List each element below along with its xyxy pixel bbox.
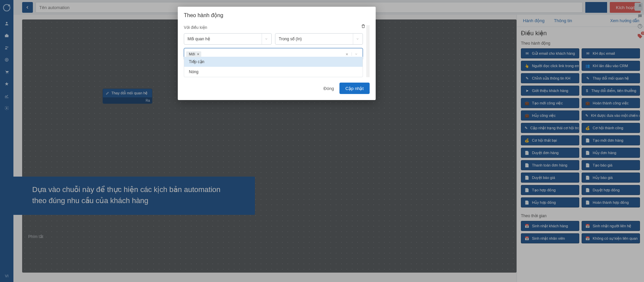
- action-icon: 📄: [525, 151, 529, 155]
- action-label: KH lần đầu vào CRM: [593, 64, 628, 68]
- svg-point-4: [7, 47, 8, 48]
- nav-cart-icon[interactable]: [0, 66, 13, 78]
- svg-point-8: [8, 73, 8, 74]
- action-button[interactable]: ✎KH được đưa vào một chiến dịch: [582, 110, 640, 121]
- canvas-node[interactable]: Thay đổi mối quan hệ Ra: [103, 89, 152, 104]
- svg-rect-2: [5, 35, 9, 37]
- action-label: Duyệt báo giá: [532, 176, 555, 180]
- action-icon: ✎: [525, 126, 528, 130]
- action-button[interactable]: 💰Cơ hội thất bại: [521, 135, 579, 145]
- chevron-down-icon: [353, 34, 359, 44]
- trash-icon[interactable]: [361, 24, 366, 29]
- action-icon: 📄: [585, 138, 590, 143]
- chip: Mới ×: [186, 51, 201, 57]
- chip-remove-icon[interactable]: ×: [197, 52, 199, 56]
- action-button[interactable]: 📄Tạo mới đơn hàng: [582, 135, 640, 145]
- action-button[interactable]: ✎Cập nhật trạng thái cơ hội trong …: [521, 123, 579, 133]
- action-button[interactable]: 💰Cơ hội thành công: [582, 123, 640, 133]
- action-label: Sinh nhật nhân viên: [532, 236, 565, 241]
- action-button[interactable]: ✉Gửi email cho khách hàng: [521, 48, 579, 58]
- submit-button[interactable]: Cập nhật: [339, 83, 370, 94]
- action-icon: ✎: [585, 113, 588, 118]
- action-button[interactable]: 📄Duyệt đơn hàng: [521, 148, 579, 158]
- action-button[interactable]: 📄Tạo hợp đồng: [521, 185, 579, 195]
- tab-actions[interactable]: Hành động: [518, 15, 549, 27]
- field-select[interactable]: Mối quan hệ: [184, 33, 272, 45]
- action-label: Tạo mới công việc: [532, 101, 563, 105]
- chat-icon[interactable]: [637, 13, 643, 19]
- node-label: Thay đổi mối quan hệ: [111, 91, 148, 95]
- action-icon: 📄: [585, 176, 590, 180]
- action-label: Cập nhật trạng thái cơ hội trong …: [530, 126, 579, 130]
- action-button[interactable]: 📄Tạo báo giá: [582, 160, 640, 170]
- action-button[interactable]: 📄Hủy báo giá: [582, 173, 640, 183]
- action-button[interactable]: 📄Thanh toán đơn hàng: [521, 160, 579, 170]
- action-label: Hủy công việc: [532, 113, 556, 118]
- action-icon: 📄: [525, 176, 529, 180]
- action-button[interactable]: 👥KH lần đầu vào CRM: [582, 61, 640, 71]
- action-button[interactable]: ✉KH đọc email: [582, 48, 640, 58]
- chevron-down-icon[interactable]: [352, 52, 361, 56]
- action-button[interactable]: $Thay đổi điểm, tiền thưởng: [582, 86, 640, 96]
- svg-point-6: [6, 59, 7, 60]
- action-icon: ✎: [585, 76, 590, 81]
- tab-info[interactable]: Thông tin: [549, 15, 577, 27]
- action-button[interactable]: 📄Hủy đơn hàng: [582, 148, 640, 158]
- action-icon: 📄: [525, 188, 529, 192]
- action-button[interactable]: 💼Hoàn thành công việc: [582, 98, 640, 108]
- action-icon: 📄: [585, 151, 590, 155]
- action-icon: 💰: [585, 126, 590, 130]
- nav-user-icon[interactable]: [0, 17, 13, 30]
- option-item[interactable]: Nóng: [184, 67, 363, 77]
- close-button[interactable]: Đóng: [324, 86, 334, 91]
- action-button[interactable]: 💼Hủy công việc: [521, 110, 579, 121]
- action-label: Tạo báo giá: [593, 163, 612, 168]
- action-icon: 📄: [525, 200, 529, 205]
- action-button[interactable]: 📄Hoàn thành hợp đồng: [582, 197, 640, 207]
- nav-star-icon[interactable]: [0, 78, 13, 90]
- caption-overlay: Dựa vào chuỗi này để thực hiện các kịch …: [13, 177, 255, 215]
- language-indicator[interactable]: VI: [5, 270, 8, 282]
- action-label: Chỉnh sửa thông tin KH: [532, 76, 571, 81]
- action-button[interactable]: 📅Sinh nhật nhân viên: [521, 233, 579, 243]
- action-button[interactable]: 💼Tạo mới công việc: [521, 98, 579, 108]
- action-icon: 📄: [585, 188, 590, 192]
- action-label: Tạo hợp đồng: [532, 188, 556, 192]
- tag-icon[interactable]: 3: [637, 33, 643, 40]
- nav-target-icon[interactable]: [0, 54, 13, 66]
- question-icon[interactable]: [637, 23, 643, 30]
- operator-select[interactable]: Trong số (In): [275, 33, 363, 45]
- action-label: Giới thiệu khách hàng: [532, 89, 568, 93]
- nav-users-icon[interactable]: [0, 42, 13, 54]
- action-button[interactable]: 📅Không có sự kiện liên quan: [582, 233, 640, 243]
- node-port-out[interactable]: Ra: [103, 97, 152, 103]
- options-dropdown: Tiếp cận Nóng: [184, 57, 363, 77]
- action-button[interactable]: 📄Hủy hợp đồng: [521, 197, 579, 207]
- topbar-select[interactable]: [585, 2, 607, 13]
- action-label: Thay đổi điểm, tiền thưởng: [591, 89, 636, 93]
- action-icon: 💼: [525, 113, 529, 118]
- action-button[interactable]: 📅Sinh nhật người liên hệ: [582, 221, 640, 231]
- action-icon: ➤: [525, 89, 529, 93]
- nav-chart-icon[interactable]: [0, 90, 13, 102]
- action-button[interactable]: 👆Người đọc click link trong email: [521, 61, 579, 71]
- action-icon: 📅: [585, 236, 590, 241]
- action-button[interactable]: ✎Chỉnh sửa thông tin KH: [521, 73, 579, 83]
- action-button[interactable]: ✎Thay đổi mối quan hệ: [582, 73, 640, 83]
- condition-modal: Theo hành động Với điều kiện Mối quan hệ…: [178, 7, 376, 100]
- option-item[interactable]: Tiếp cận: [184, 57, 363, 67]
- action-icon: 📅: [525, 224, 529, 228]
- clear-icon[interactable]: ×: [344, 52, 350, 57]
- right-panel: Hành động Thông tin Xem hướng dẫn Điều k…: [517, 15, 644, 282]
- nav-gear-icon[interactable]: [0, 102, 13, 114]
- action-button[interactable]: 📄Duyệt hợp đồng: [582, 185, 640, 195]
- action-icon: 📅: [525, 236, 529, 241]
- action-icon: 💰: [525, 138, 529, 143]
- back-button[interactable]: [22, 2, 33, 13]
- action-button[interactable]: 📅Sinh nhật khách hàng: [521, 221, 579, 231]
- nav-briefcase-icon[interactable]: [0, 30, 13, 42]
- action-label: Duyệt đơn hàng: [532, 151, 558, 155]
- bell-icon[interactable]: [637, 3, 643, 9]
- action-button[interactable]: 📄Duyệt báo giá: [521, 173, 579, 183]
- action-button[interactable]: ➤Giới thiệu khách hàng: [521, 86, 579, 96]
